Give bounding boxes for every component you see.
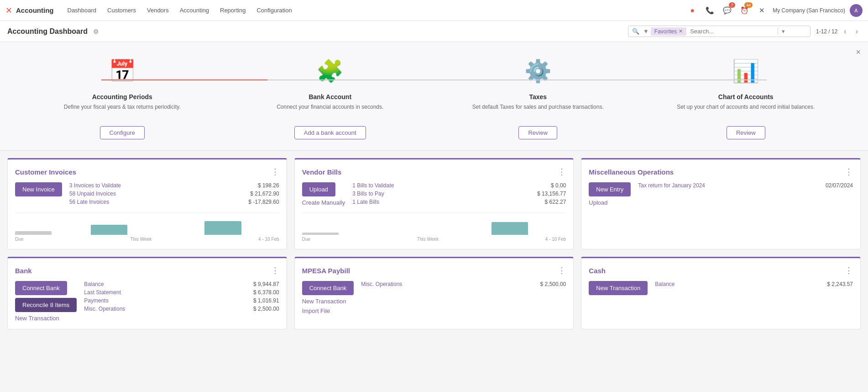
bar-due-gray-2 [302,233,339,235]
bank-last-statement-value: $ 6,378.00 [253,289,279,296]
vendor-bills-title: Vendor Bills [302,168,342,176]
vb-chart-label-thisweek: This Week [417,237,439,242]
status-dot-button[interactable]: ● [686,4,699,17]
onboarding-steps: 📅 Accounting Periods Define your fiscal … [18,53,850,139]
pagination-next[interactable]: › [853,26,861,37]
bank-menu[interactable]: ⋮ [271,265,279,275]
import-file-mpesa-link[interactable]: Import File [302,307,354,314]
search-input[interactable] [686,26,778,37]
nav-reporting[interactable]: Reporting [215,5,250,16]
chart-review-button[interactable]: Review [727,126,765,139]
cash-card: Cash ⋮ New Transaction Balance $ 2,243.5… [581,257,861,329]
bank-title: Bank [15,267,32,275]
bank-balance-label[interactable]: Balance [84,281,104,287]
invoices-to-validate-value: $ 198.26 [258,182,279,189]
search-icon: 🔍 [628,28,643,35]
chart-label-due: Due [15,237,23,242]
mpesa-menu[interactable]: ⋮ [558,265,566,275]
late-invoices-link[interactable]: 56 Late Invoices [69,199,109,205]
chat-button[interactable]: 💬 7 [721,4,733,17]
bills-to-validate-value: $ 0.00 [551,182,566,189]
nav-right: ● 📞 💬 7 ⏰ 44 ✕ My Company (San Francisco… [686,4,863,17]
connect-bank-mpesa-button[interactable]: Connect Bank [302,281,354,295]
bills-to-pay-link[interactable]: 3 Bills to Pay [352,191,384,197]
close-nav-button[interactable]: ✕ [755,4,768,17]
upload-bills-button[interactable]: Upload [302,182,335,196]
alarm-badge: 44 [744,2,753,8]
configure-button[interactable]: Configure [100,126,145,139]
misc-operations-menu[interactable]: ⋮ [845,167,853,177]
bank-card: Bank ⋮ Connect Bank Reconcile 8 Items Ne… [7,257,287,329]
filter-tag-label: Favorites [654,28,677,35]
new-transaction-bank-link[interactable]: New Transaction [15,315,77,322]
step-accounting-periods-title: Accounting Periods [92,93,152,101]
step-bank-account-icon: 🧩 [309,53,350,90]
misc-tax-return: Tax return for January 2024 02/07/2024 [638,182,853,189]
misc-operations-title: Miscellaneous Operations [589,168,674,176]
bank-payments-label[interactable]: Payments [84,297,108,304]
mpesa-misc-value: $ 2,500.00 [540,281,566,287]
step-taxes-desc: Set default Taxes for sales and purchase… [472,103,604,121]
settings-gear-icon[interactable]: ⚙ [93,28,99,35]
cash-menu[interactable]: ⋮ [845,265,853,275]
close-onboarding-button[interactable]: × [856,48,861,57]
cash-balance-value: $ 2,243.57 [827,281,853,287]
cash-balance-label[interactable]: Balance [655,281,675,287]
bills-to-validate-link[interactable]: 1 Bills to Validate [352,182,394,189]
close-nav-icon: ✕ [759,6,765,15]
bills-to-pay-value: $ 13,156.77 [537,191,566,197]
late-bills-link[interactable]: 1 Late Bills [352,199,379,205]
customer-invoices-card: Customer Invoices ⋮ New Invoice 3 Invoic… [7,158,287,249]
bar-feb-teal [204,221,241,235]
nav-accounting[interactable]: Accounting [175,5,214,16]
tax-return-link[interactable]: Tax return for January 2024 [638,182,705,189]
unpaid-invoices-value: $ 21,672.90 [250,191,279,197]
alarm-button[interactable]: ⏰ 44 [738,4,751,17]
customer-invoices-menu[interactable]: ⋮ [271,167,279,177]
bank-balance-value: $ 9,944.87 [253,281,279,287]
upload-misc-link[interactable]: Upload [589,199,631,206]
chart-label-feb: 4 - 10 Feb [258,237,279,242]
filter-tag[interactable]: Favorites ✕ [651,27,686,36]
new-transaction-cash-button[interactable]: New Transaction [589,281,648,295]
nav-brand: Accounting [16,6,54,14]
filter-tag-remove[interactable]: ✕ [679,28,683,34]
reconcile-items-button[interactable]: Reconcile 8 Items [15,298,77,312]
create-manually-link[interactable]: Create Manually [302,199,345,206]
avatar[interactable]: A [850,4,863,17]
taxes-review-button[interactable]: Review [518,126,557,139]
new-invoice-button[interactable]: New Invoice [15,182,62,196]
nav-vendors[interactable]: Vendors [142,5,173,16]
bank-last-statement-label[interactable]: Last Statement [84,289,121,296]
search-dropdown-arrow[interactable]: ▾ [778,28,789,35]
logo-icon: ✕ [5,5,12,16]
search-bar: 🔍 ▼ Favorites ✕ ▾ [628,26,810,37]
unpaid-invoices-link[interactable]: 58 Unpaid Invoices [69,191,116,197]
sub-header: Accounting Dashboard ⚙ 🔍 ▼ Favorites ✕ ▾… [0,21,868,42]
pagination-prev[interactable]: ‹ [841,26,849,37]
nav-dashboard[interactable]: Dashboard [63,5,101,16]
filter-icon: ▼ [643,28,649,35]
vendor-bills-menu[interactable]: ⋮ [558,167,566,177]
phone-button[interactable]: 📞 [703,4,716,17]
step-taxes: ⚙️ Taxes Set default Taxes for sales and… [446,53,629,139]
new-transaction-mpesa-link[interactable]: New Transaction [302,298,354,305]
nav-customers[interactable]: Customers [103,5,141,16]
bank-payments-value: $ 1,016.91 [253,297,279,304]
nav-configuration[interactable]: Configuration [252,5,296,16]
bank-misc-label[interactable]: Misc. Operations [84,306,125,312]
step-chart-icon: 📊 [725,53,766,90]
connect-bank-button[interactable]: Connect Bank [15,281,67,295]
add-bank-account-button[interactable]: Add a bank account [294,126,366,139]
step-chart-of-accounts: 📊 Chart of Accounts Set up your chart of… [654,53,837,139]
customer-invoices-chart: Due This Week 4 - 10 Feb [15,212,279,242]
invoices-to-validate-link[interactable]: 3 Invoices to Validate [69,182,121,189]
vendor-bills-chart: Due This Week 4 - 10 Feb [302,212,566,242]
new-entry-button[interactable]: New Entry [589,182,631,196]
bar-due-gray [15,231,52,235]
chat-badge: 7 [729,2,735,8]
vendor-bills-card: Vendor Bills ⋮ Upload Create Manually 1 … [294,158,574,249]
mpesa-misc-label[interactable]: Misc. Operations [361,281,402,287]
chart-label-thisweek: This Week [130,237,152,242]
step-accounting-periods-desc: Define your fiscal years & tax returns p… [64,103,181,121]
